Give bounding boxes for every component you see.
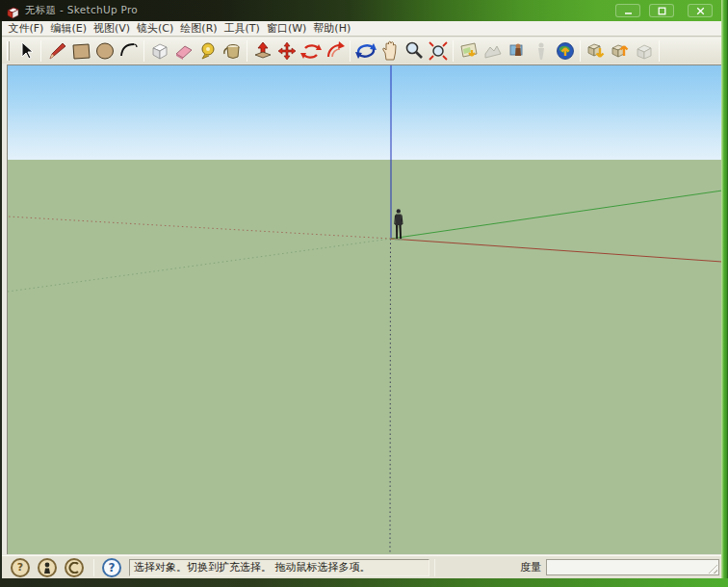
axis-blue-dashed — [390, 239, 391, 554]
credits-icon[interactable] — [38, 558, 57, 577]
rotate-tool-button[interactable] — [299, 38, 323, 63]
window-title: 无标题 - SketchUp Pro — [25, 4, 138, 17]
get-models-button[interactable] — [584, 38, 608, 63]
get-models-icon — [585, 40, 607, 62]
status-text: 选择对象。切换到扩充选择。 拖动鼠标选择多项。 — [134, 560, 371, 574]
toolbar-separator — [40, 40, 41, 62]
menu-file[interactable]: 文件(F) — [5, 21, 47, 36]
maximize-button[interactable] — [649, 4, 674, 17]
offset-icon — [325, 40, 346, 62]
menu-draw[interactable]: 绘图(R) — [177, 21, 221, 36]
axis-red-dashed — [8, 217, 391, 239]
statusbar-divider — [434, 559, 435, 576]
sketchup-window: 无标题 - SketchUp Pro 文件(F) 编辑(E) 视图(V) 镜头(… — [0, 0, 728, 587]
pan-tool-button[interactable] — [377, 38, 402, 63]
google-earth-button[interactable] — [553, 38, 577, 63]
menu-edit[interactable]: 编辑(E) — [47, 21, 91, 36]
axis-green-dashed — [8, 239, 391, 292]
menu-bar: 文件(F) 编辑(E) 视图(V) 镜头(C) 绘图(R) 工具(T) 窗口(W… — [2, 21, 721, 37]
zoom-icon — [403, 40, 425, 62]
rectangle-icon — [70, 40, 91, 62]
circle-icon — [94, 40, 116, 62]
window-border-bottom — [0, 578, 728, 587]
move-icon — [276, 40, 298, 62]
eraser-icon — [173, 40, 195, 62]
line-tool-button[interactable] — [44, 38, 68, 63]
zoom-extents-icon — [428, 40, 449, 62]
menu-tools[interactable]: 工具(T) — [221, 21, 263, 36]
toggle-terrain-icon — [482, 40, 504, 62]
arc-icon — [118, 40, 140, 62]
menu-camera[interactable]: 镜头(C) — [134, 21, 177, 36]
toolbar-handle[interactable] — [7, 41, 10, 61]
photo-textures-button[interactable] — [505, 38, 529, 63]
share-model-button[interactable] — [608, 38, 632, 63]
window-border-right — [721, 0, 728, 587]
rotate-icon — [300, 40, 322, 62]
measurements-input[interactable] — [546, 559, 719, 575]
eraser-tool-button[interactable] — [171, 38, 195, 63]
component-box-icon — [149, 40, 170, 62]
arc-tool-button[interactable] — [117, 38, 141, 63]
orbit-icon — [355, 40, 377, 62]
toolbar-separator — [247, 40, 247, 62]
preview-model-icon — [531, 40, 552, 62]
push-pull-button[interactable] — [250, 38, 274, 63]
minimize-button[interactable] — [615, 4, 640, 17]
offset-tool-button[interactable] — [323, 38, 347, 63]
axes-overlay — [8, 65, 721, 554]
menu-help[interactable]: 帮助(H) — [310, 21, 354, 36]
person-figure — [394, 209, 403, 241]
paint-bucket-button[interactable] — [220, 38, 244, 63]
measurements-label: 度量 — [520, 560, 541, 574]
paint-bucket-icon — [221, 40, 243, 62]
photo-textures-icon — [507, 40, 528, 62]
circle-tool-button[interactable] — [92, 38, 117, 63]
axis-red-solid — [391, 239, 721, 262]
rectangle-tool-button[interactable] — [68, 38, 92, 63]
viewport-frame — [2, 64, 721, 555]
resize-grip[interactable] — [706, 562, 717, 574]
pan-hand-icon — [379, 40, 401, 62]
toolbar-separator — [453, 40, 454, 62]
app-icon — [7, 5, 19, 17]
share-component-icon — [634, 40, 655, 62]
axis-green-solid — [391, 191, 721, 239]
google-earth-icon — [555, 40, 576, 62]
share-model-icon — [610, 40, 631, 62]
toolbar-separator — [580, 40, 581, 62]
toolbar-separator — [659, 40, 660, 62]
select-icon — [15, 40, 37, 62]
close-button[interactable] — [688, 4, 713, 17]
tape-measure-icon — [197, 40, 219, 62]
select-tool-button[interactable] — [13, 38, 38, 63]
preview-model-button[interactable] — [529, 38, 553, 63]
toolbar-separator — [350, 40, 351, 62]
zoom-extents-button[interactable] — [426, 38, 450, 63]
menu-view[interactable]: 视图(V) — [90, 21, 133, 36]
status-bar: ? ? 选择对象。切换到扩充选择。 拖动鼠标选择多项。 度量 — [2, 555, 721, 578]
viewport-3d[interactable] — [7, 64, 721, 554]
status-message: 选择对象。切换到扩充选择。 拖动鼠标选择多项。 — [129, 559, 429, 576]
geolocation-icon[interactable]: ? — [11, 558, 30, 577]
tape-measure-button[interactable] — [195, 38, 220, 63]
help-icon[interactable]: ? — [102, 558, 121, 577]
share-component-button[interactable] — [632, 38, 656, 63]
zoom-tool-button[interactable] — [402, 38, 426, 63]
get-current-view-icon — [458, 40, 480, 62]
orbit-tool-button[interactable] — [353, 38, 377, 63]
toggle-terrain-button[interactable] — [481, 38, 505, 63]
statusbar-separator — [93, 559, 94, 576]
title-bar: 无标题 - SketchUp Pro — [0, 0, 728, 21]
menu-window[interactable]: 窗口(W) — [263, 21, 309, 36]
move-tool-button[interactable] — [274, 38, 299, 63]
signin-icon[interactable] — [65, 558, 84, 577]
push-pull-icon — [252, 40, 273, 62]
pencil-icon — [46, 40, 67, 62]
make-component-button[interactable] — [147, 38, 171, 63]
window-border-left — [0, 21, 2, 578]
toolbar-separator — [143, 40, 144, 62]
toolbar — [2, 38, 721, 64]
get-current-view-button[interactable] — [456, 38, 481, 63]
